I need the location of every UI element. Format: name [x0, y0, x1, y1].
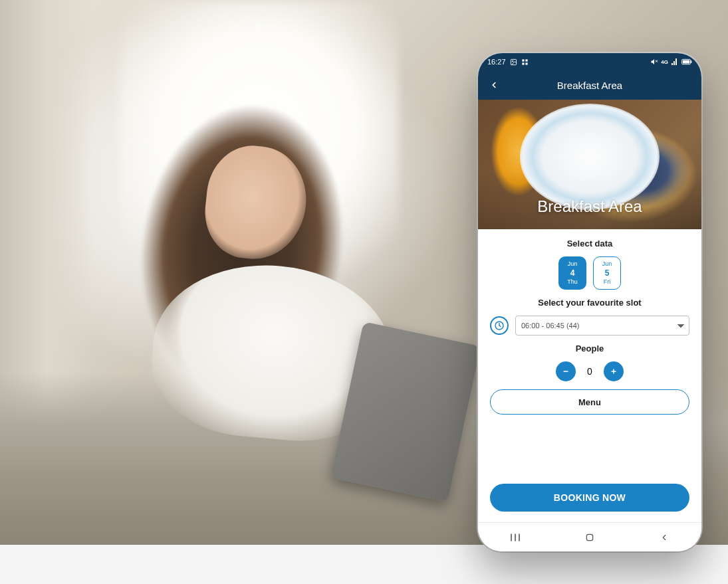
status-bar: 16:27 4G [478, 53, 701, 70]
people-count: 0 [585, 366, 594, 377]
android-nav-bar [478, 522, 701, 551]
menu-button[interactable]: Menu [490, 389, 689, 415]
time-slot-select[interactable]: 06:00 - 06:45 (44) [515, 316, 689, 336]
date-picker: Jun 4 Thu Jun 5 Fri [558, 256, 621, 290]
home-button[interactable] [576, 532, 603, 543]
booking-now-button[interactable]: BOOKING NOW [490, 484, 689, 512]
svg-rect-2 [522, 59, 524, 61]
svg-point-1 [512, 60, 513, 62]
home-icon [584, 532, 595, 543]
people-stepper: 0 [556, 361, 624, 381]
svg-rect-10 [691, 60, 691, 63]
date-weekday: Thu [567, 278, 578, 286]
people-label: People [576, 343, 604, 353]
mute-icon [650, 58, 658, 66]
hero-title: Breakfast Area [537, 197, 642, 216]
clock-icon [490, 316, 509, 335]
hero-image: Breakfast Area [478, 100, 701, 229]
network-4g-icon: 4G [661, 59, 668, 65]
svg-rect-18 [586, 534, 592, 540]
svg-rect-3 [525, 59, 527, 61]
date-chip-jun-4[interactable]: Jun 4 Thu [558, 256, 586, 290]
select-date-label: Select data [567, 239, 613, 248]
recents-icon [509, 533, 522, 542]
plus-icon [610, 367, 618, 375]
date-chip-jun-5[interactable]: Jun 5 Fri [593, 256, 621, 290]
date-day: 4 [570, 268, 575, 278]
chevron-left-icon [660, 533, 669, 542]
chevron-left-icon [489, 80, 499, 90]
back-button[interactable] [485, 70, 503, 100]
svg-rect-5 [525, 62, 527, 64]
minus-icon [562, 367, 570, 375]
apps-icon [521, 58, 529, 66]
recents-button[interactable] [502, 533, 529, 542]
date-month: Jun [568, 260, 578, 268]
nav-back-button[interactable] [651, 533, 677, 542]
battery-icon [681, 58, 692, 65]
increment-button[interactable] [604, 361, 624, 381]
date-month: Jun [602, 260, 612, 268]
svg-rect-4 [522, 62, 524, 64]
date-day: 5 [605, 268, 610, 278]
select-slot-label: Select your favourite slot [538, 298, 641, 308]
phone-frame: 16:27 4G Breakfast Area Breakfast Area S… [478, 53, 701, 551]
decrement-button[interactable] [556, 361, 576, 381]
svg-rect-9 [683, 60, 689, 64]
photo-icon [510, 58, 517, 66]
signal-icon [671, 58, 679, 66]
hero-plate [520, 104, 660, 210]
date-weekday: Fri [604, 278, 611, 286]
status-time: 16:27 [487, 58, 506, 66]
app-header: Breakfast Area [478, 70, 701, 100]
booking-form: Select data Jun 4 Thu Jun 5 Fri Select y… [478, 229, 701, 522]
header-title: Breakfast Area [557, 80, 622, 91]
